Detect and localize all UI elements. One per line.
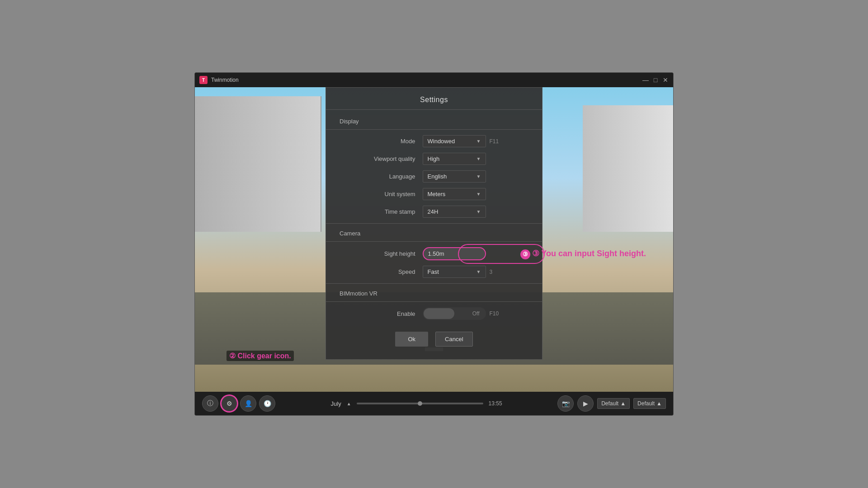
gear-click-annotation: ② Click gear icon. bbox=[226, 351, 294, 361]
close-button[interactable]: ✕ bbox=[662, 77, 669, 83]
mode-label: Mode bbox=[340, 138, 423, 145]
camera-section-title: Camera bbox=[326, 226, 542, 239]
settings-title: Settings bbox=[326, 88, 542, 110]
time-stamp-dropdown[interactable]: 24H ▼ bbox=[423, 206, 486, 218]
ok-button[interactable]: Ok bbox=[395, 332, 428, 347]
bimmotion-section-title: BIMmotion VR bbox=[326, 286, 542, 299]
play-icon: ▶ bbox=[583, 400, 588, 407]
toolbar-dropdown-1-arrow: ▲ bbox=[620, 400, 626, 407]
unit-system-row: Unit system Meters ▼ bbox=[326, 185, 542, 203]
time-slider[interactable] bbox=[357, 403, 483, 404]
mode-shortcut: F11 bbox=[490, 138, 503, 145]
sight-height-control bbox=[423, 247, 529, 260]
toggle-off-label: Off bbox=[472, 310, 480, 317]
enable-label: Enable bbox=[340, 310, 423, 317]
speed-control: Fast ▼ 3 bbox=[423, 266, 529, 278]
time-stamp-row: Time stamp 24H ▼ bbox=[326, 203, 542, 221]
speed-shortcut: 3 bbox=[490, 269, 503, 275]
bottom-toolbar: ⓘ ⚙ 👤 🕐 July ▲ 13:55 📷 bbox=[195, 392, 673, 415]
bimmotion-divider-top bbox=[326, 283, 542, 284]
toolbar-dropdown-2-arrow: ▲ bbox=[656, 400, 662, 407]
viewport-quality-dropdown[interactable]: High ▼ bbox=[423, 153, 486, 165]
building-left bbox=[195, 96, 321, 232]
speed-row: Speed Fast ▼ 3 bbox=[326, 263, 542, 281]
viewport-scene: Settings Display Mode Windowed ▼ F11 Vie… bbox=[195, 87, 673, 392]
mode-row: Mode Windowed ▼ F11 bbox=[326, 132, 542, 150]
sight-height-input[interactable] bbox=[423, 247, 486, 260]
time-slider-dot bbox=[418, 401, 422, 406]
time-stamp-arrow: ▼ bbox=[476, 209, 481, 214]
unit-system-control: Meters ▼ bbox=[423, 188, 529, 200]
month-expand-icon: ▲ bbox=[347, 401, 351, 406]
person-icon: 👤 bbox=[245, 400, 252, 407]
display-section-title: Display bbox=[326, 114, 542, 127]
viewport-quality-arrow: ▼ bbox=[476, 156, 481, 161]
sight-height-annotation: ③③ You can input Sight height. bbox=[520, 249, 646, 259]
unit-system-label: Unit system bbox=[340, 191, 423, 197]
camera-divider-top bbox=[326, 223, 542, 224]
enable-control: Off F10 bbox=[423, 307, 529, 320]
time-stamp-label: Time stamp bbox=[340, 208, 423, 215]
language-arrow: ▼ bbox=[476, 174, 481, 179]
gear-button[interactable]: ⚙ bbox=[221, 395, 237, 412]
settings-actions: Ok Cancel bbox=[326, 323, 542, 350]
enable-row: Enable Off F10 bbox=[326, 305, 542, 323]
building-right bbox=[583, 105, 673, 232]
mode-dropdown-arrow: ▼ bbox=[476, 139, 481, 144]
language-value: English bbox=[428, 173, 447, 180]
language-control: English ▼ bbox=[423, 170, 529, 183]
unit-system-value: Meters bbox=[428, 191, 446, 197]
camera-button[interactable]: 📷 bbox=[557, 395, 574, 412]
viewport-quality-row: Viewport quality High ▼ bbox=[326, 150, 542, 168]
gear-annotation-text: ② Click gear icon. bbox=[226, 351, 294, 361]
window-title: Twinmotion bbox=[211, 77, 642, 83]
toolbar-dropdown-2[interactable]: Default ▲ bbox=[633, 398, 666, 409]
speed-arrow: ▼ bbox=[476, 269, 481, 274]
time-stamp-control: 24H ▼ bbox=[423, 206, 529, 218]
camera-icon: 📷 bbox=[562, 400, 570, 407]
toolbar-dropdown-2-label: Default bbox=[637, 400, 655, 407]
time-stamp-value: 24H bbox=[428, 208, 439, 215]
app-logo: T bbox=[199, 76, 208, 84]
viewport-quality-control: High ▼ bbox=[423, 153, 529, 165]
enable-toggle[interactable]: Off bbox=[423, 307, 486, 320]
month-selector[interactable]: July bbox=[331, 400, 341, 407]
time-controls: July ▲ 13:55 bbox=[278, 400, 555, 407]
annotation-num-3: ③ bbox=[520, 249, 530, 259]
speed-label: Speed bbox=[340, 268, 423, 275]
clock-button[interactable]: 🕐 bbox=[259, 395, 275, 412]
language-row: Language English ▼ bbox=[326, 168, 542, 185]
speed-value: Fast bbox=[428, 268, 439, 275]
toggle-knob bbox=[424, 308, 454, 319]
display-divider bbox=[326, 129, 542, 130]
viewport-quality-value: High bbox=[428, 155, 440, 162]
window-controls: — □ ✕ bbox=[642, 77, 669, 83]
camera-divider-bottom bbox=[326, 241, 542, 242]
cancel-button[interactable]: Cancel bbox=[435, 332, 472, 347]
main-window: T Twinmotion — □ ✕ Settings Display Mode bbox=[194, 72, 674, 416]
mode-dropdown[interactable]: Windowed ▼ bbox=[423, 135, 486, 147]
enable-shortcut: F10 bbox=[490, 310, 503, 317]
settings-dialog: Settings Display Mode Windowed ▼ F11 Vie… bbox=[326, 87, 542, 360]
sight-height-label: Sight height bbox=[340, 250, 423, 257]
minimize-button[interactable]: — bbox=[642, 77, 649, 83]
bimmotion-divider-bottom bbox=[326, 301, 542, 302]
toolbar-right-controls: 📷 ▶ Default ▲ Default ▲ bbox=[557, 395, 666, 412]
info-icon: ⓘ bbox=[207, 399, 213, 408]
language-label: Language bbox=[340, 173, 423, 180]
language-dropdown[interactable]: English ▼ bbox=[423, 170, 486, 183]
unit-system-dropdown[interactable]: Meters ▼ bbox=[423, 188, 486, 200]
sight-height-row: Sight height ③③ You can input Sight heig… bbox=[326, 244, 542, 263]
clock-icon: 🕐 bbox=[264, 400, 271, 407]
viewport-quality-label: Viewport quality bbox=[340, 155, 423, 162]
gear-icon: ⚙ bbox=[226, 400, 232, 407]
titlebar: T Twinmotion — □ ✕ bbox=[195, 73, 673, 87]
speed-dropdown[interactable]: Fast ▼ bbox=[423, 266, 486, 278]
toolbar-dropdown-1[interactable]: Default ▲ bbox=[597, 398, 630, 409]
maximize-button[interactable]: □ bbox=[652, 77, 659, 83]
play-button[interactable]: ▶ bbox=[577, 395, 594, 412]
info-button[interactable]: ⓘ bbox=[202, 395, 218, 412]
mode-value: Windowed bbox=[428, 138, 455, 145]
mode-control: Windowed ▼ F11 bbox=[423, 135, 529, 147]
person-button[interactable]: 👤 bbox=[240, 395, 256, 412]
